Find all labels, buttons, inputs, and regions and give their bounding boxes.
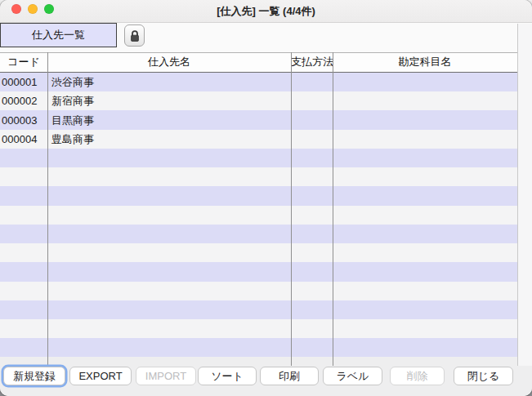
delete-button: 削除 — [390, 367, 445, 385]
cell-code: 000003 — [0, 111, 47, 130]
cell-name: 渋谷商事 — [47, 73, 291, 91]
cell-code: 000002 — [0, 91, 47, 110]
lock-button[interactable] — [124, 24, 145, 47]
column-header-account[interactable]: 勘定科目名 — [333, 53, 517, 72]
export-button[interactable]: EXPORT — [69, 367, 132, 385]
table-row[interactable]: 000002新宿商事 — [0, 91, 517, 110]
cell-account — [333, 91, 517, 110]
close-button[interactable]: 閉じる — [454, 367, 513, 385]
column-header-payment[interactable]: 支払方法 — [291, 53, 333, 72]
column-header-code[interactable]: コード — [0, 53, 47, 72]
table-row[interactable]: 000001渋谷商事 — [0, 73, 517, 91]
table-row[interactable]: 000004豊島商事 — [0, 130, 517, 149]
sort-button[interactable]: ソート — [198, 367, 257, 385]
cell-account — [333, 111, 517, 130]
vertical-scrollbar-track[interactable] — [517, 24, 532, 366]
column-divider — [47, 52, 48, 366]
cell-payment — [291, 91, 333, 110]
cell-name: 新宿商事 — [47, 91, 291, 110]
import-button: IMPORT — [136, 367, 196, 385]
tab-supplier-list[interactable]: 仕入先一覧 — [0, 23, 117, 47]
cell-name: 目黒商事 — [47, 111, 291, 130]
column-header-name[interactable]: 仕入先名 — [47, 53, 291, 72]
cell-account — [333, 130, 517, 149]
cell-payment — [291, 130, 333, 149]
new-record-button[interactable]: 新規登録 — [3, 367, 65, 385]
app-window: [仕入先] 一覧 (4/4件) 仕入先一覧 コード 仕入先名 支払方法 勘定科目… — [0, 0, 532, 396]
lock-icon — [129, 29, 141, 42]
column-divider — [291, 52, 292, 366]
cell-code: 000004 — [0, 130, 47, 149]
cell-payment — [291, 73, 333, 91]
cell-code: 000001 — [0, 73, 47, 91]
toolbar: 仕入先一覧 — [0, 23, 532, 52]
titlebar: [仕入先] 一覧 (4/4件) — [0, 0, 532, 23]
table-header: コード 仕入先名 支払方法 勘定科目名 — [0, 52, 517, 73]
supplier-table-body: 000001渋谷商事000002新宿商事000003目黒商事000004豊島商事 — [0, 73, 517, 357]
print-button[interactable]: 印刷 — [260, 367, 319, 385]
cell-payment — [291, 111, 333, 130]
label-button[interactable]: ラベル — [323, 367, 382, 385]
cell-account — [333, 73, 517, 91]
table-row[interactable]: 000003目黒商事 — [0, 111, 517, 130]
column-divider — [333, 52, 333, 366]
window-title: [仕入先] 一覧 (4/4件) — [0, 0, 532, 23]
cell-name: 豊島商事 — [47, 130, 291, 149]
